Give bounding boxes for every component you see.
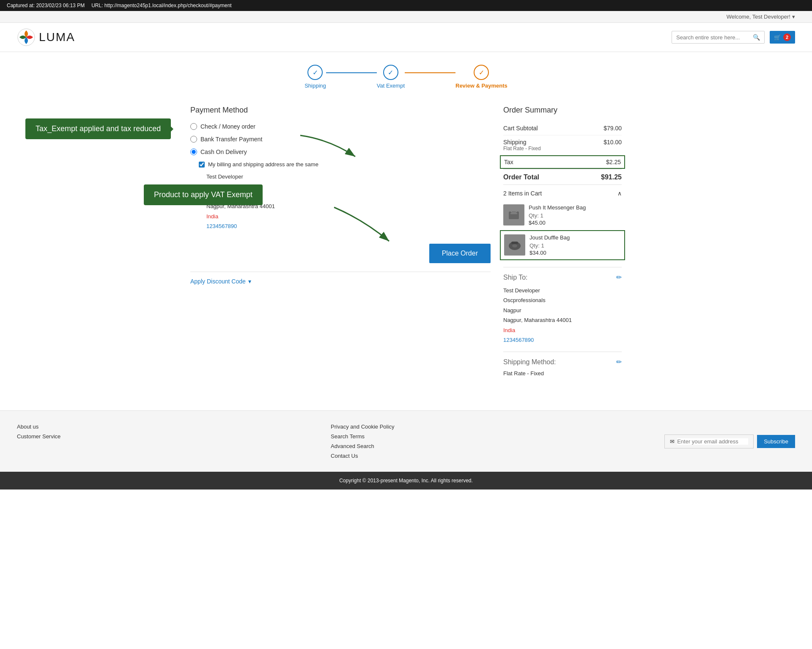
- cart-item-2-qty: Qty: 1: [529, 242, 621, 249]
- footer-link-customer-service[interactable]: Customer Service: [17, 433, 60, 440]
- cart-item-2-name: Joust Duffle Bag: [529, 234, 621, 241]
- discount-label: Apply Discount Code: [190, 278, 246, 285]
- step-vat-circle: ✓: [383, 65, 398, 80]
- main-content: Payment Method Check / Money order Bank …: [173, 97, 639, 385]
- footer-link-contact[interactable]: Contact Us: [331, 453, 394, 459]
- connector-2: [405, 72, 455, 73]
- welcome-dropdown-icon[interactable]: ▾: [792, 14, 795, 20]
- footer-link-search-terms[interactable]: Search Terms: [331, 433, 394, 440]
- payment-label-check: Check / Money order: [200, 123, 255, 130]
- captured-text: Captured at: 2023/02/23 06:13 PM: [7, 3, 85, 8]
- ship-company: Oscprofessionals: [503, 295, 622, 305]
- step-review: ✓ Review & Payments: [455, 65, 508, 89]
- ship-to-title: Ship To:: [503, 274, 528, 281]
- search-icon[interactable]: 🔍: [753, 34, 760, 41]
- ship-city: Nagpur: [503, 305, 622, 315]
- shipping-method-title: Shipping Method:: [503, 358, 556, 366]
- step-vat-label: Vat Exempt: [377, 82, 405, 89]
- checkout-steps: ✓ Shipping ✓ Vat Exempt ✓ Review & Payme…: [0, 52, 812, 97]
- search-bar[interactable]: 🔍: [672, 31, 765, 44]
- search-input[interactable]: [676, 34, 753, 41]
- footer-link-about[interactable]: About us: [17, 424, 60, 430]
- ship-phone[interactable]: 1234567890: [503, 335, 622, 345]
- shipping-method-edit-icon[interactable]: ✏: [616, 358, 622, 366]
- cart-item-2-price: $34.00: [529, 250, 621, 256]
- header-right: 🔍 🛒 2: [672, 31, 795, 44]
- footer-link-advanced-search[interactable]: Advanced Search: [331, 443, 394, 449]
- shipping-sub: Flat Rate - Fixed: [503, 146, 541, 151]
- cart-icon: 🛒: [774, 34, 781, 41]
- discount-toggle[interactable]: Apply Discount Code ▾: [190, 278, 491, 285]
- cart-subtotal-label: Cart Subtotal: [503, 125, 538, 132]
- subscribe-button[interactable]: Subscribe: [757, 435, 795, 448]
- order-total-row: Order Total $91.25: [503, 169, 622, 184]
- newsletter-input-wrap: ✉: [664, 434, 754, 448]
- url-text: URL: http://magento245p1.local/index.php…: [91, 3, 232, 8]
- payment-option-check: Check / Money order: [190, 123, 491, 130]
- order-total-label: Order Total: [503, 173, 539, 181]
- cart-item-1: Push It Messenger Bag Qty: 1 $45.00: [503, 200, 622, 230]
- cart-item-1-price: $45.00: [529, 220, 622, 226]
- cart-item-2: Joust Duffle Bag Qty: 1 $34.00: [500, 230, 625, 260]
- shipping-method-header: Shipping Method: ✏: [503, 358, 622, 366]
- step-shipping-label: Shipping: [304, 82, 326, 89]
- ship-to-edit-icon[interactable]: ✏: [616, 273, 622, 281]
- cart-items-chevron-icon: ∧: [617, 190, 622, 197]
- footer-bottom: Copyright © 2013-present Magento, Inc. A…: [0, 472, 812, 490]
- place-order-button[interactable]: Place Order: [429, 244, 491, 263]
- cart-button[interactable]: 🛒 2: [770, 31, 795, 44]
- order-summary-title: Order Summary: [503, 106, 622, 115]
- cart-item-2-image: [504, 234, 525, 256]
- newsletter-email-input[interactable]: [677, 438, 748, 445]
- shipping-label: Shipping Flat Rate - Fixed: [503, 139, 541, 151]
- payment-radio-bank[interactable]: [190, 136, 197, 143]
- step-vat: ✓ Vat Exempt: [377, 65, 405, 89]
- payment-method-title: Payment Method: [190, 106, 491, 115]
- ship-to-section: Ship To: ✏ Test Developer Oscprofessiona…: [503, 267, 622, 345]
- discount-chevron-icon: ▾: [248, 278, 251, 285]
- annotation-tax: Tax_Exempt applied and tax reduced: [25, 118, 171, 139]
- svg-rect-7: [511, 242, 518, 244]
- cart-count: 2: [783, 33, 791, 41]
- cart-subtotal-value: $79.00: [604, 125, 622, 132]
- ship-to-header: Ship To: ✏: [503, 273, 622, 281]
- address-name: Test Developer: [206, 172, 491, 182]
- shipping-method-section: Shipping Method: ✏ Flat Rate - Fixed: [503, 352, 622, 377]
- shipping-row: Shipping Flat Rate - Fixed $10.00: [503, 135, 622, 155]
- payment-radio-check[interactable]: [190, 123, 197, 130]
- tax-row: Tax $2.25: [500, 155, 625, 169]
- logo-text: LUMA: [39, 30, 75, 44]
- footer-link-privacy[interactable]: Privacy and Cookie Policy: [331, 424, 394, 430]
- shipping-value: $10.00: [604, 139, 622, 151]
- footer-newsletter: ✉ Subscribe: [664, 424, 795, 459]
- step-shipping-circle: ✓: [307, 65, 323, 80]
- footer-col-2: Privacy and Cookie Policy Search Terms A…: [331, 424, 394, 459]
- tax-label: Tax: [504, 159, 513, 165]
- envelope-icon: ✉: [670, 438, 675, 445]
- annotation-product: Product to apply VAT Exempt: [144, 184, 263, 205]
- luma-logo-icon: [17, 28, 36, 47]
- billing-checkbox[interactable]: [199, 162, 205, 168]
- tax-value: $2.25: [606, 159, 621, 165]
- logo[interactable]: LUMA: [17, 28, 75, 47]
- footer-main: About us Customer Service Privacy and Co…: [0, 410, 812, 472]
- cart-item-2-details: Joust Duffle Bag Qty: 1 $34.00: [529, 234, 621, 256]
- right-panel: Order Summary Cart Subtotal $79.00 Shipp…: [503, 106, 622, 377]
- shipping-method-value: Flat Rate - Fixed: [503, 370, 622, 377]
- cart-item-1-details: Push It Messenger Bag Qty: 1 $45.00: [529, 204, 622, 226]
- cart-items-toggle[interactable]: 2 Items in Cart ∧: [503, 184, 622, 200]
- ship-name: Test Developer: [503, 286, 622, 295]
- footer-col-1: About us Customer Service: [17, 424, 60, 459]
- svg-rect-5: [510, 213, 517, 214]
- copyright-text: Copyright © 2013-present Magento, Inc. A…: [339, 478, 473, 484]
- step-review-circle: ✓: [474, 65, 489, 80]
- payment-radio-cod[interactable]: [190, 148, 197, 155]
- header: LUMA 🔍 🛒 2: [0, 23, 812, 52]
- payment-label-bank: Bank Transfer Payment: [200, 136, 262, 143]
- product-annotation-arrow: [330, 203, 398, 245]
- cart-items-count: 2 Items in Cart: [503, 190, 542, 197]
- duffle-bag-icon: [506, 236, 523, 253]
- step-review-label: Review & Payments: [455, 82, 508, 89]
- messenger-bag-icon: [505, 206, 522, 223]
- top-bar: Captured at: 2023/02/23 06:13 PM URL: ht…: [0, 0, 812, 11]
